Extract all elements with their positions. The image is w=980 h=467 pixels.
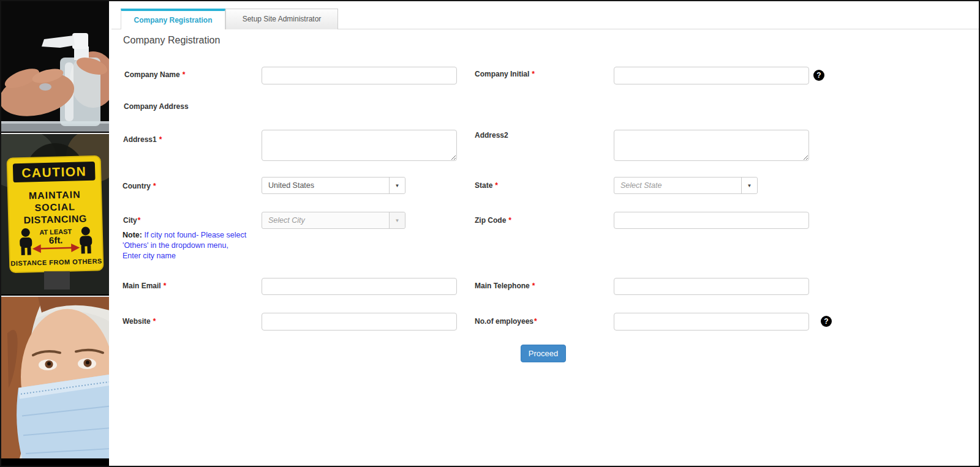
required-asterisk: * — [508, 216, 511, 225]
state-label: State* — [475, 181, 498, 190]
company-initial-label: Company Initial* — [475, 70, 535, 78]
required-asterisk: * — [153, 317, 156, 326]
address1-textarea[interactable] — [262, 130, 457, 161]
main-email-input[interactable] — [262, 278, 457, 295]
required-asterisk: * — [164, 282, 167, 290]
country-selected-value: United States — [262, 177, 389, 193]
required-asterisk: * — [138, 216, 141, 225]
required-asterisk: * — [495, 181, 498, 190]
country-dropdown[interactable]: United States ▼ — [262, 177, 405, 194]
company-address-section-label: Company Address — [124, 102, 189, 111]
sign-line1: MAINTAIN — [29, 189, 81, 201]
sign-header-text: CAUTION — [21, 164, 87, 180]
sign-mid-bottom: 6ft. — [49, 234, 63, 245]
company-registration-screen: CAUTION MAINTAIN SOCIAL DISTANCING — [0, 0, 980, 467]
sign-line3: DISTANCING — [23, 214, 87, 226]
zip-code-label: Zip Code* — [475, 216, 511, 225]
state-placeholder: Select State — [614, 177, 741, 193]
sidebar-photos: CAUTION MAINTAIN SOCIAL DISTANCING — [1, 1, 109, 466]
chevron-down-icon[interactable]: ▼ — [389, 177, 405, 193]
state-dropdown[interactable]: Select State ▼ — [614, 177, 758, 194]
caution-sign-illustration: CAUTION MAINTAIN SOCIAL DISTANCING — [1, 134, 109, 294]
address2-label: Address2 — [475, 131, 508, 140]
masked-woman-illustration — [1, 297, 109, 458]
company-name-label: Company Name* — [124, 70, 185, 79]
company-initial-help-icon[interactable]: ? — [813, 70, 824, 81]
city-label: City* — [123, 216, 140, 225]
zip-code-input[interactable] — [614, 212, 809, 229]
sign-line2: SOCIAL — [34, 201, 75, 213]
address1-label: Address1* — [123, 135, 162, 144]
employees-input[interactable] — [614, 313, 809, 331]
social-distancing-sign-photo: CAUTION MAINTAIN SOCIAL DISTANCING — [1, 133, 109, 294]
page-title: Company Registration — [123, 35, 220, 46]
company-initial-input[interactable] — [614, 67, 809, 84]
tab-setup-site-administrator[interactable]: Setup Site Administrator — [225, 9, 338, 29]
tab-company-registration[interactable]: Company Registration — [121, 9, 225, 29]
hand-sanitizer-photo — [1, 1, 109, 132]
required-asterisk: * — [159, 135, 162, 144]
required-asterisk: * — [532, 70, 535, 78]
chevron-down-icon[interactable]: ▼ — [741, 177, 757, 193]
required-asterisk: * — [532, 282, 535, 290]
required-asterisk: * — [183, 70, 186, 79]
country-label: Country* — [123, 182, 156, 190]
company-name-input[interactable] — [262, 67, 457, 84]
main-email-label: Main Email* — [123, 282, 166, 290]
website-label: Website* — [123, 317, 156, 326]
proceed-button[interactable]: Proceed — [521, 345, 566, 362]
address2-textarea[interactable] — [614, 130, 809, 161]
main-telephone-input[interactable] — [614, 278, 809, 295]
city-placeholder: Select City — [262, 212, 389, 228]
employees-help-icon[interactable]: ? — [821, 316, 832, 327]
main-telephone-label: Main Telephone* — [475, 282, 535, 290]
website-input[interactable] — [262, 313, 457, 331]
required-asterisk: * — [534, 317, 537, 326]
note-prefix: Note: — [123, 231, 142, 239]
city-note: Note: If city not found- Please select '… — [123, 230, 247, 261]
hand-sanitizer-illustration — [1, 1, 109, 132]
city-dropdown[interactable]: Select City ▼ — [262, 212, 405, 229]
required-asterisk: * — [153, 182, 156, 190]
masked-woman-photo — [1, 296, 109, 458]
employees-label: No.of employees* — [475, 317, 537, 326]
chevron-down-icon[interactable]: ▼ — [389, 212, 405, 228]
